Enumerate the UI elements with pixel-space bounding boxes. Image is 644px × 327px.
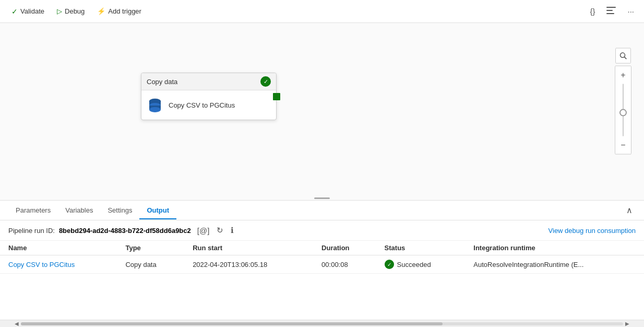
col-status: Status — [376, 241, 466, 255]
pipeline-node[interactable]: Copy data ✓ Copy CSV to PGCitus — [141, 73, 277, 120]
divider-bar — [314, 197, 330, 199]
copy-id-button[interactable]: [@] — [195, 225, 212, 236]
cell-duration: 00:00:08 — [313, 255, 376, 274]
zoom-controls: + − — [615, 48, 631, 154]
zoom-search-button[interactable] — [615, 48, 631, 63]
status-cell: ✓ Succeeded — [385, 260, 457, 269]
info-icon: ℹ — [231, 226, 234, 235]
debug-label: Debug — [65, 7, 85, 15]
tab-parameters[interactable]: Parameters — [8, 202, 58, 219]
tab-settings[interactable]: Settings — [100, 202, 139, 219]
cell-name: Copy CSV to PGCitus — [0, 255, 117, 274]
tab-output[interactable]: Output — [139, 202, 176, 219]
col-duration: Duration — [313, 241, 376, 255]
db-icon — [147, 97, 163, 113]
scroll-track[interactable] — [21, 322, 623, 325]
table-body: Copy CSV to PGCitus Copy data 2022-04-20… — [0, 255, 644, 274]
tabs-row: Parameters Variables Settings Output ∧ — [0, 201, 644, 220]
zoom-track — [623, 84, 624, 136]
output-table: Name Type Run start Duration Status Inte… — [0, 241, 644, 320]
row-name-link[interactable]: Copy CSV to PGCitus — [8, 261, 75, 268]
run-id-actions: [@] ↻ ℹ — [195, 225, 236, 236]
collapse-panel-button[interactable]: ∧ — [623, 203, 636, 217]
node-body: Copy CSV to PGCitus — [141, 90, 276, 120]
node-success-icon: ✓ — [260, 76, 271, 87]
debug-icon: ▷ — [57, 7, 62, 15]
col-name: Name — [0, 241, 117, 255]
svg-rect-0 — [606, 7, 616, 8]
cell-status: ✓ Succeeded — [376, 255, 466, 274]
divider-handle[interactable] — [312, 196, 332, 200]
cell-run-start: 2022-04-20T13:06:05.18 — [184, 255, 313, 274]
svg-rect-1 — [606, 10, 613, 11]
refresh-icon: ↻ — [217, 226, 223, 235]
col-run-start: Run start — [184, 241, 313, 255]
copy-icon: [@] — [197, 226, 210, 235]
horizontal-scrollbar: ◀ ▶ — [0, 320, 644, 327]
col-integration-runtime: Integration runtime — [465, 241, 644, 255]
status-success-icon: ✓ — [385, 260, 394, 269]
table-header: Name Type Run start Duration Status Inte… — [0, 241, 644, 255]
more-button[interactable]: ··· — [624, 4, 638, 18]
toolbar: ✓ Validate ▷ Debug ⚡ Add trigger {} · — [0, 0, 644, 23]
refresh-button[interactable]: ↻ — [214, 225, 225, 236]
validate-label: Validate — [20, 7, 44, 15]
canvas-area: Copy data ✓ Copy CSV to PGCitus — [0, 23, 644, 201]
info-button[interactable]: ℹ — [229, 225, 236, 236]
cell-type: Copy data — [117, 255, 184, 274]
node-header: Copy data ✓ — [141, 73, 276, 90]
results-table: Name Type Run start Duration Status Inte… — [0, 241, 644, 274]
svg-rect-2 — [606, 13, 614, 14]
table-row: Copy CSV to PGCitus Copy data 2022-04-20… — [0, 255, 644, 274]
node-connector — [273, 93, 280, 100]
svg-line-9 — [625, 57, 627, 59]
node-title: Copy data — [147, 78, 177, 86]
toolbar-right: {} ··· — [586, 4, 638, 18]
code-button[interactable]: {} — [586, 4, 599, 18]
run-id-row: Pipeline run ID: 8bebd294-ad2d-4883-b722… — [0, 220, 644, 241]
add-trigger-button[interactable]: ⚡ Add trigger — [92, 5, 147, 18]
add-trigger-label: Add trigger — [108, 7, 141, 15]
zoom-in-button[interactable]: + — [615, 68, 631, 81]
status-text: Succeeded — [397, 261, 431, 268]
zoom-slider: + − — [615, 65, 631, 154]
node-label: Copy CSV to PGCitus — [169, 101, 235, 109]
svg-point-7 — [149, 107, 161, 112]
scroll-right-button[interactable]: ▶ — [623, 321, 631, 326]
run-id-label: Pipeline run ID: — [8, 227, 55, 235]
scroll-thumb[interactable] — [21, 322, 443, 325]
col-type: Type — [117, 241, 184, 255]
monitor-button[interactable] — [603, 4, 619, 18]
tab-variables[interactable]: Variables — [58, 202, 100, 219]
debug-button[interactable]: ▷ Debug — [52, 5, 90, 18]
bottom-panel: Parameters Variables Settings Output ∧ P… — [0, 201, 644, 327]
chevron-up-icon: ∧ — [626, 206, 633, 215]
validate-button[interactable]: ✓ Validate — [6, 5, 50, 18]
zoom-out-button[interactable]: − — [615, 138, 631, 151]
run-id-value: 8bebd294-ad2d-4883-b722-df58dd6a9bc2 — [59, 227, 191, 235]
validate-icon: ✓ — [11, 7, 18, 16]
zoom-thumb[interactable] — [619, 109, 627, 116]
trigger-icon: ⚡ — [97, 7, 105, 15]
more-icon: ··· — [627, 7, 634, 16]
toolbar-left: ✓ Validate ▷ Debug ⚡ Add trigger — [6, 5, 586, 18]
view-debug-link[interactable]: View debug run consumption — [548, 227, 636, 235]
code-icon: {} — [590, 7, 595, 16]
monitor-icon — [606, 7, 616, 16]
cell-integration-runtime: AutoResolveIntegrationRuntime (E... — [465, 255, 644, 274]
tabs-left: Parameters Variables Settings Output — [8, 202, 176, 219]
scroll-left-button[interactable]: ◀ — [13, 321, 21, 326]
